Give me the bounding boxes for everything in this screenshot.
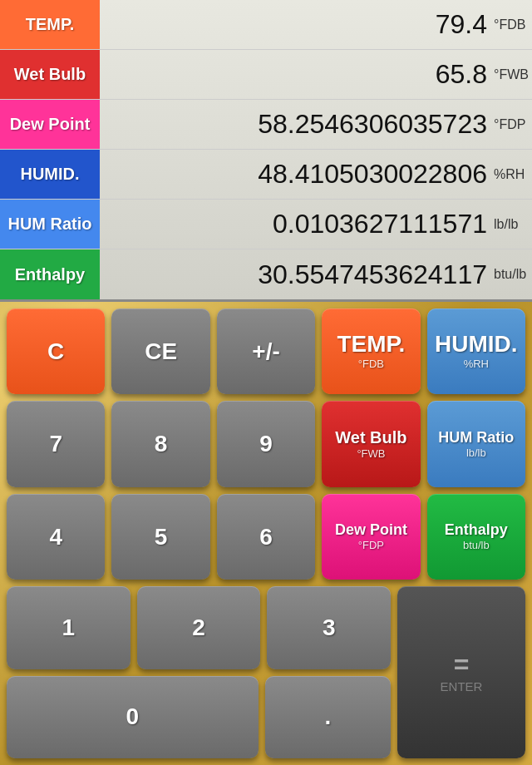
- value-humratio: 0.0103627111571: [100, 209, 490, 239]
- key-row-2: 7 8 9 Wet Bulb °FWB HUM Ratio lb/lb: [7, 401, 525, 486]
- key-row-4: 1 2 3: [7, 586, 391, 669]
- plusminus-button[interactable]: +/-: [217, 308, 315, 394]
- unit-enthalpy: btu/lb: [490, 267, 532, 282]
- unit-wetbulb: °FWB: [490, 67, 532, 82]
- key-9[interactable]: 9: [217, 401, 315, 486]
- key-row-1: C CE +/- TEMP. °FDB HUMID. %RH: [7, 308, 525, 394]
- key-1[interactable]: 1: [7, 586, 131, 669]
- key-row-5: 0 .: [7, 676, 391, 758]
- unit-dewpoint: °FDP: [490, 117, 532, 132]
- key-row-3: 4 5 6 Dew Point °FDP Enthalpy btu/lb: [7, 494, 525, 580]
- unit-humid: %RH: [490, 167, 532, 182]
- key-rows-left: 1 2 3 0 .: [7, 586, 391, 758]
- label-wetbulb: Wet Bulb: [0, 50, 100, 99]
- dewpoint-button[interactable]: Dew Point °FDP: [322, 494, 420, 580]
- value-dewpoint: 58.2546306035723: [100, 109, 490, 140]
- ce-button[interactable]: CE: [111, 308, 209, 394]
- unit-temp: °FDB: [490, 17, 532, 32]
- label-dewpoint: Dew Point: [0, 100, 100, 149]
- display-row-temp: TEMP.79.4°FDB: [0, 0, 532, 50]
- key-rows-4-5: 1 2 3 0 . = ENTER: [7, 586, 525, 758]
- key-8[interactable]: 8: [111, 401, 209, 486]
- value-temp: 79.4: [100, 9, 490, 40]
- display-row-dewpoint: Dew Point58.2546306035723°FDP: [0, 100, 532, 150]
- display-row-wetbulb: Wet Bulb65.8°FWB: [0, 50, 532, 100]
- label-enthalpy: Enthalpy: [0, 249, 100, 299]
- key-decimal[interactable]: .: [265, 676, 391, 758]
- key-7[interactable]: 7: [7, 401, 105, 486]
- key-0[interactable]: 0: [7, 676, 259, 758]
- display-panel: TEMP.79.4°FDBWet Bulb65.8°FWBDew Point58…: [0, 0, 532, 302]
- humid-button[interactable]: HUMID. %RH: [427, 308, 525, 394]
- key-6[interactable]: 6: [217, 494, 315, 580]
- display-row-humid: HUMID.48.4105030022806%RH: [0, 150, 532, 200]
- key-2[interactable]: 2: [137, 586, 261, 669]
- key-3[interactable]: 3: [267, 586, 391, 669]
- value-humid: 48.4105030022806: [100, 159, 490, 190]
- label-humratio: HUM Ratio: [0, 200, 100, 249]
- display-row-enthalpy: Enthalpy30.5547453624117btu/lb: [0, 249, 532, 299]
- label-humid: HUMID.: [0, 150, 100, 199]
- value-wetbulb: 65.8: [100, 59, 490, 90]
- enter-button[interactable]: = ENTER: [397, 586, 525, 758]
- unit-humratio: lb/lb: [490, 217, 532, 232]
- key-5[interactable]: 5: [111, 494, 209, 580]
- temp-button[interactable]: TEMP. °FDB: [322, 308, 420, 394]
- c-button[interactable]: C: [7, 308, 105, 394]
- display-row-humratio: HUM Ratio0.0103627111571lb/lb: [0, 200, 532, 249]
- keypad: C CE +/- TEMP. °FDB HUMID. %RH 7 8 9 Wet…: [0, 302, 532, 765]
- enthalpy-button[interactable]: Enthalpy btu/lb: [427, 494, 525, 580]
- label-temp: TEMP.: [0, 0, 100, 49]
- key-4[interactable]: 4: [7, 494, 105, 580]
- value-enthalpy: 30.5547453624117: [100, 259, 490, 290]
- wetbulb-button[interactable]: Wet Bulb °FWB: [322, 401, 420, 486]
- humratio-button[interactable]: HUM Ratio lb/lb: [427, 401, 525, 486]
